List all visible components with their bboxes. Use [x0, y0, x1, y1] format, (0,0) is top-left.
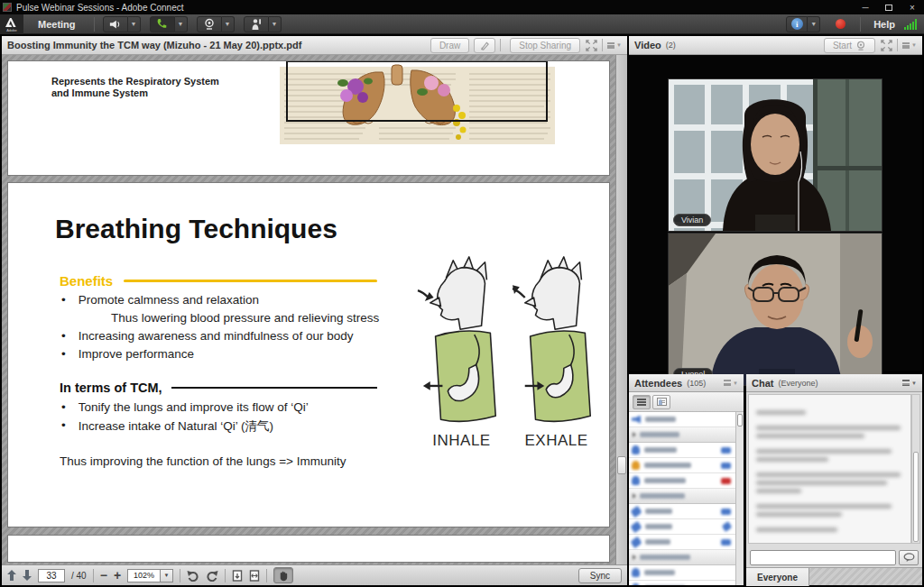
zoom-in-button[interactable]: + [114, 569, 121, 582]
attendee-row-redacted[interactable] [629, 504, 735, 519]
pan-tool-button[interactable] [273, 567, 293, 583]
chat-pod-menu-button[interactable]: ▼ [902, 380, 917, 386]
chat-message-line-redacted [756, 489, 801, 493]
attendee-row-content [632, 538, 733, 546]
list-view-button[interactable] [633, 395, 651, 409]
sync-button[interactable]: Sync [578, 568, 622, 583]
help-menu[interactable]: Help [873, 19, 895, 30]
webcam-dropdown[interactable]: ▼ [222, 16, 235, 32]
attendees-list [629, 412, 735, 585]
lyonel-video-frame [669, 234, 882, 385]
document-scrollbar[interactable] [615, 55, 627, 564]
chat-message-line-redacted [756, 512, 842, 517]
fit-width-button[interactable] [249, 570, 260, 582]
speaker-dropdown[interactable]: ▼ [128, 16, 141, 32]
restore-icon [885, 5, 892, 11]
connection-signal-icon [904, 19, 917, 30]
page-number-input[interactable] [38, 569, 65, 582]
bullet-item: Increase intake of Natural ‘Qi’ (清气) [60, 418, 420, 435]
pod-menu-icon [902, 380, 910, 386]
draw-button[interactable]: Draw [430, 38, 469, 53]
attendee-row-redacted[interactable] [629, 458, 735, 473]
restore-button[interactable] [877, 0, 901, 14]
video-pod-title: Video [634, 40, 661, 50]
phone-dropdown[interactable]: ▼ [175, 16, 188, 32]
attendee-row-redacted[interactable] [629, 473, 735, 489]
fit-page-button[interactable] [232, 570, 243, 582]
video-pod-menu-button[interactable]: ▼ [902, 42, 917, 49]
attendee-row-redacted[interactable] [629, 565, 735, 581]
fullscreen-button[interactable] [586, 40, 597, 51]
page-up-button[interactable] [7, 570, 16, 581]
video-fullscreen-button[interactable] [881, 40, 892, 51]
document-scrollbar-thumb[interactable] [617, 456, 626, 474]
document-viewport[interactable]: Represents the Respiratory System and Im… [2, 55, 627, 564]
bullet-item: Increasing awareness and mindfulness of … [60, 329, 420, 343]
divider [860, 17, 861, 32]
attendee-row-redacted[interactable] [629, 489, 735, 504]
meeting-info-button[interactable]: i [786, 16, 808, 32]
bullet-item: Improve performance [60, 347, 420, 361]
share-pod-menu-button[interactable]: ▼ [607, 42, 622, 49]
chat-message-line-redacted [756, 472, 901, 477]
attendee-name-redacted [644, 447, 677, 453]
attendee-row-redacted[interactable] [629, 412, 735, 427]
attendee-row-redacted[interactable] [629, 581, 735, 585]
chat-scrollbar[interactable] [911, 394, 920, 544]
meeting-menu[interactable]: Meeting [23, 19, 90, 30]
attendee-name-redacted [645, 417, 676, 422]
raise-hand-button[interactable] [244, 16, 269, 32]
attendee-row-redacted[interactable] [629, 550, 735, 565]
raise-hand-dropdown[interactable]: ▼ [269, 16, 282, 32]
attendee-row-redacted[interactable] [629, 443, 735, 458]
page-total-label: / 40 [71, 571, 87, 581]
attendee-status-icon [721, 509, 731, 515]
info-icon: i [791, 18, 803, 30]
stop-sharing-button[interactable]: Stop Sharing [510, 38, 580, 53]
minimize-button[interactable]: ─ [854, 0, 877, 14]
redo-button[interactable] [206, 570, 218, 582]
group-expand-icon[interactable] [633, 555, 636, 560]
phone-button[interactable] [150, 16, 175, 32]
speaker-button[interactable] [103, 16, 128, 32]
video-pod: Video (2) Start ▼ [629, 36, 922, 371]
zoom-select[interactable]: 102% ▼ [127, 569, 173, 582]
bullet-item: Tonify the lungs and improve its flow of… [60, 400, 420, 414]
zoom-dropdown-button[interactable]: ▼ [161, 569, 173, 582]
attendee-row-redacted[interactable] [629, 519, 735, 535]
benefits-underline [124, 280, 377, 282]
webcam-button[interactable] [197, 16, 222, 32]
attendees-scrollbar[interactable] [735, 412, 744, 585]
chat-scrollbar-thumb[interactable] [913, 452, 919, 542]
attendee-row-redacted[interactable] [629, 427, 735, 443]
undo-button[interactable] [187, 570, 199, 582]
zoom-out-button[interactable]: − [100, 569, 107, 582]
send-message-button[interactable] [899, 550, 919, 565]
page-down-button[interactable] [23, 570, 32, 581]
share-pod: Boosting Immunity the TCM way (Mizuho - … [2, 36, 627, 585]
chat-message-input[interactable] [750, 550, 896, 565]
attendees-pod-menu-button[interactable]: ▼ [724, 380, 738, 386]
attendees-scrollbar-thumb[interactable] [737, 414, 743, 426]
attendee-row-redacted[interactable] [629, 535, 735, 550]
group-expand-icon[interactable] [633, 432, 636, 437]
speech-bubble-icon [903, 553, 915, 563]
attendee-status-icon [721, 447, 731, 454]
divider [602, 39, 603, 51]
document-toolbar: / 40 − + 102% ▼ [2, 564, 627, 585]
tab-everyone[interactable]: Everyone [746, 568, 809, 586]
chat-message-area[interactable] [748, 394, 911, 544]
pointer-pen-icon [480, 41, 490, 50]
pointer-tool-button[interactable] [474, 38, 495, 53]
attendee-row-content [632, 461, 733, 470]
previous-slide-caption: Represents the Respiratory System and Im… [51, 76, 232, 99]
meeting-info-dropdown[interactable]: ▼ [808, 16, 820, 32]
group-expand-icon[interactable] [633, 493, 636, 499]
start-webcam-button[interactable]: Start [824, 38, 875, 53]
attendee-name-redacted [645, 524, 672, 529]
close-button[interactable]: × [901, 0, 924, 14]
attendee-role-icon [632, 416, 641, 424]
inhale-label: INHALE [432, 432, 490, 450]
divider [500, 39, 501, 51]
status-view-button[interactable] [652, 395, 670, 409]
